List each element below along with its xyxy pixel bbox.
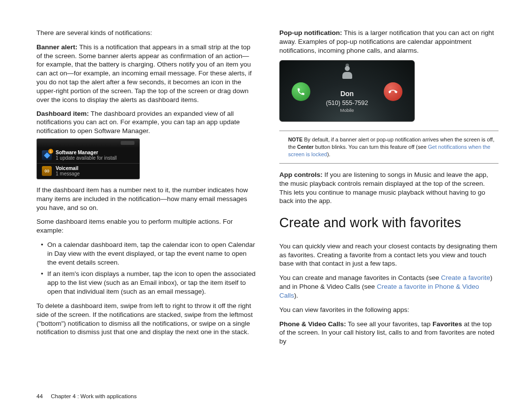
page-footer: 44 Chapter 4 : Work with applications — [36, 393, 137, 399]
pv-text1: To see all your favorites, tap — [348, 320, 432, 328]
bullet-2: If an item's icon displays a number, tap… — [42, 270, 256, 296]
intro-text: There are several kinds of notifications… — [36, 29, 256, 37]
footer-chapter: Chapter 4 : Work with applications — [51, 393, 136, 399]
software-manager-icon: 1 — [42, 150, 52, 160]
fav-links-para: You can create and manage favorites in C… — [279, 274, 499, 300]
dashboard-label: Dashboard item: — [36, 110, 89, 117]
dashboard-number-text: If the dashboard item has a number next … — [36, 186, 256, 212]
dash-row2-title: Voicemail — [56, 166, 80, 171]
section-heading: Create and work with favorites — [279, 214, 499, 232]
fav2c: ). — [294, 292, 298, 299]
dashboard-multi-text: Some dashboard items enable you to perfo… — [36, 217, 256, 235]
right-column: Pop-up notification: This is a larger no… — [279, 29, 499, 382]
note-box: NOTE By default, if a banner alert or po… — [279, 131, 499, 164]
pv-fav: Favorites — [432, 320, 462, 328]
app-label: App controls: — [279, 171, 323, 178]
bullet-1: On a calendar dashboard item, tap the ca… — [42, 240, 256, 267]
dash-row2-sub: 1 message — [56, 171, 80, 177]
pv-label: Phone & Video Calls: — [279, 320, 346, 328]
popup-label: Pop-up notification: — [279, 29, 342, 36]
left-column: There are several kinds of notifications… — [36, 29, 256, 382]
popup-call-screenshot: Don (510) 555-7592 Mobile — [279, 60, 415, 122]
fav-intro: You can quickly view and reach your clos… — [279, 242, 499, 268]
banner-label: Banner alert: — [36, 43, 77, 51]
fav-view: You can view favorites in the following … — [279, 306, 499, 314]
note-text3: ). — [327, 151, 331, 157]
call-name: Don — [280, 89, 414, 98]
dashboard-item-para: Dashboard item: The dashboard provides a… — [36, 109, 256, 136]
bullet-list: On a calendar dashboard item, tap the ca… — [42, 240, 256, 296]
banner-alert-para: Banner alert: This is a notification tha… — [36, 43, 256, 104]
fav2a: You can create and manage favorites in C… — [279, 274, 441, 281]
voicemail-icon — [42, 166, 52, 176]
app-controls-para: App controls: If you are listening to so… — [279, 171, 499, 206]
banner-text: This is a notification that appears in a… — [36, 43, 252, 103]
call-phone: (510) 555-7592 — [280, 99, 414, 107]
link-create-favorite[interactable]: Create a favorite — [441, 274, 490, 281]
popup-para: Pop-up notification: This is a larger no… — [279, 29, 499, 55]
dash-row1-title: Software Manager — [56, 150, 117, 156]
note-label: NOTE — [288, 137, 302, 142]
footer-page: 44 — [36, 393, 49, 399]
delete-text: To delete a dashboard item, swipe from l… — [36, 302, 256, 337]
dash-row1-sub: 1 update available for install — [56, 155, 117, 161]
call-type: Mobile — [280, 107, 414, 114]
note-center: Center — [297, 144, 313, 150]
dashboard-screenshot: 1 Software Manager 1 update available fo… — [36, 138, 140, 179]
person-icon — [342, 66, 353, 79]
note-text2: button blinks. You can turn this feature… — [315, 144, 428, 150]
phone-video-para: Phone & Video Calls: To see all your fav… — [279, 320, 499, 346]
